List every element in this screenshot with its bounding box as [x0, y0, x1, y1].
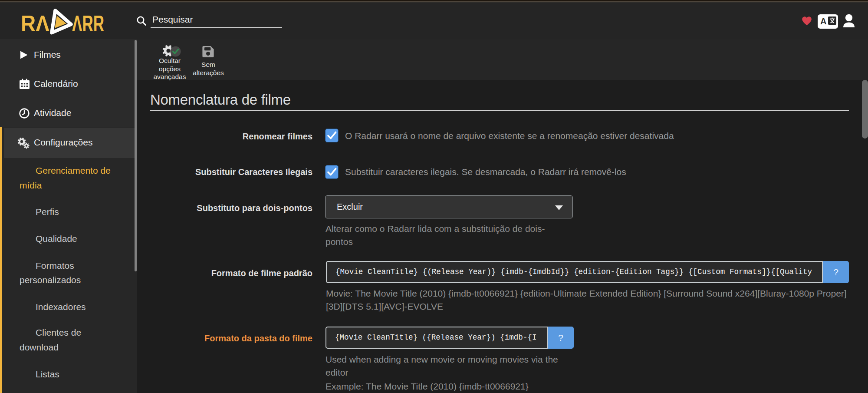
svg-text:ΛRR: ΛRR	[72, 11, 104, 36]
svg-text:RΛ: RΛ	[21, 11, 49, 36]
svg-text:A: A	[820, 17, 826, 26]
